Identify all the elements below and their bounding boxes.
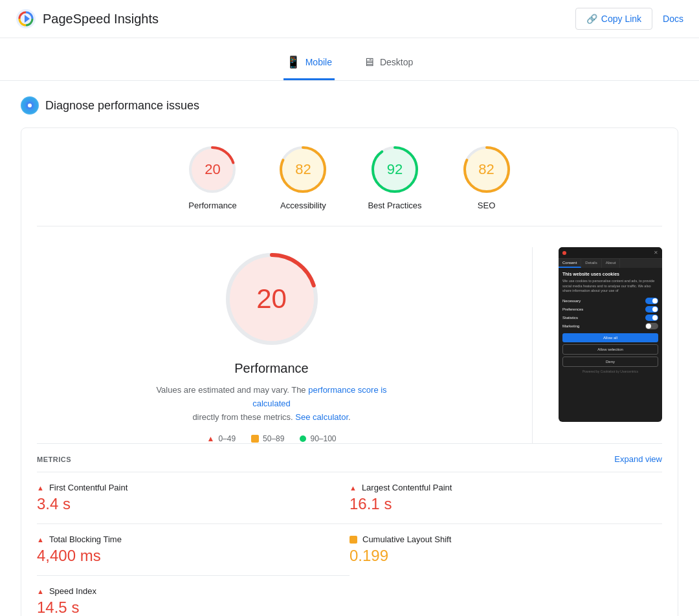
red-triangle-icon: ▲ <box>206 434 214 443</box>
legend-item-red: ▲ 0–49 <box>206 434 236 443</box>
pagespeed-logo <box>16 8 36 29</box>
mock-toggle-marketing: Marketing <box>562 323 658 329</box>
performance-big-score: 20 <box>256 283 287 314</box>
mock-tab-about: About <box>602 259 621 268</box>
si-label: Speed Index <box>49 586 96 596</box>
mock-toggle-marketing-switch <box>645 323 658 329</box>
header-right: 🔗 Copy Link Docs <box>575 8 683 30</box>
cls-value: 0.199 <box>350 547 662 565</box>
fcp-icon: ▲ <box>37 484 44 492</box>
cls-icon <box>350 536 357 544</box>
mock-btn-deny: Deny <box>562 357 658 367</box>
mock-toggle-necessary: Necessary <box>562 298 658 304</box>
performance-section: 20 Performance Values are estimated and … <box>37 247 662 443</box>
mock-toggle-statistics: Statistics <box>562 314 658 321</box>
mock-toggle-necessary-switch <box>645 298 658 304</box>
cls-label: Cumulative Layout Shift <box>362 534 451 544</box>
metric-fcp-row: ▲ First Contentful Paint <box>37 483 350 492</box>
app-title: PageSpeed Insights <box>43 12 159 27</box>
mock-tab-details: Details <box>581 259 601 268</box>
mock-close-dot <box>562 251 566 255</box>
link-icon: 🔗 <box>586 14 597 24</box>
metric-fcp: ▲ First Contentful Paint 3.4 s <box>37 472 350 523</box>
mock-body: This website uses cookies We use cookies… <box>559 268 662 377</box>
score-label-accessibility: Accessibility <box>280 201 326 210</box>
score-value-performance: 20 <box>205 161 220 178</box>
mock-tabs: Consent Details About <box>559 259 662 268</box>
diagnose-title: Diagnose performance issues <box>45 99 199 113</box>
tab-mobile-label: Mobile <box>305 57 332 67</box>
performance-desc: Values are estimated and may vary. The p… <box>142 384 401 424</box>
mock-dialog-text: We use cookies to personalise content an… <box>562 279 658 294</box>
mock-tab-consent: Consent <box>559 259 581 268</box>
metric-tbt: ▲ Total Blocking Time 4,400 ms <box>37 523 350 575</box>
score-item-performance: 20 Performance <box>186 144 238 210</box>
performance-left: 20 Performance Values are estimated and … <box>37 247 506 443</box>
score-label-seo: SEO <box>478 201 495 210</box>
tab-mobile[interactable]: 📱 Mobile <box>283 49 335 80</box>
lcp-value: 16.1 s <box>350 495 662 513</box>
tbt-value: 4,400 ms <box>37 547 350 565</box>
expand-view-button[interactable]: Expand view <box>614 454 662 464</box>
score-card: 20 Performance 82 Accessibility <box>21 127 678 616</box>
see-calculator-link[interactable]: See calculator <box>295 412 348 422</box>
score-circle-seo: 82 <box>461 144 513 195</box>
diagnose-icon <box>21 96 39 115</box>
metric-cls: Cumulative Layout Shift 0.199 <box>350 523 662 575</box>
score-label-performance: Performance <box>188 201 236 210</box>
legend-range-red: 0–49 <box>218 434 236 443</box>
header-left: PageSpeed Insights <box>16 8 159 29</box>
legend-item-green: 90–100 <box>300 434 336 443</box>
score-item-seo: 82 SEO <box>461 144 513 210</box>
section-divider <box>532 247 533 443</box>
tab-desktop[interactable]: 🖥 Desktop <box>361 49 416 80</box>
score-item-accessibility: 82 Accessibility <box>277 144 329 210</box>
tbt-icon: ▲ <box>37 536 44 544</box>
performance-title: Performance <box>234 361 309 376</box>
score-item-best-practices: 92 Best Practices <box>368 144 421 210</box>
lcp-icon: ▲ <box>350 484 357 492</box>
metric-tbt-row: ▲ Total Blocking Time <box>37 534 350 544</box>
lcp-label: Largest Contentful Paint <box>362 483 452 492</box>
metrics-header: METRICS Expand view <box>37 443 662 472</box>
docs-link[interactable]: Docs <box>663 14 683 24</box>
score-circle-best-practices: 92 <box>369 144 421 195</box>
si-value: 14.5 s <box>37 599 350 616</box>
orange-square-icon <box>251 435 259 443</box>
tab-desktop-label: Desktop <box>380 57 413 67</box>
score-label-best-practices: Best Practices <box>368 201 421 210</box>
fcp-label: First Contentful Paint <box>49 483 128 492</box>
tbt-label: Total Blocking Time <box>49 534 122 544</box>
tab-bar: 📱 Mobile 🖥 Desktop <box>0 38 699 81</box>
metric-si: ▲ Speed Index 14.5 s <box>37 575 350 616</box>
metric-lcp-row: ▲ Largest Contentful Paint <box>350 483 662 492</box>
legend-range-green: 90–100 <box>310 434 336 443</box>
scores-row: 20 Performance 82 Accessibility <box>37 144 662 226</box>
metrics-section: METRICS Expand view ▲ First Contentful P… <box>37 443 662 616</box>
mock-btn-allow-all: Allow all <box>562 333 658 342</box>
screenshot-mockup: ✕ Consent Details About This website use… <box>559 247 662 422</box>
mobile-icon: 📱 <box>286 55 300 69</box>
metrics-label: METRICS <box>37 456 71 463</box>
fcp-value: 3.4 s <box>37 495 350 513</box>
metrics-grid: ▲ First Contentful Paint 3.4 s ▲ Largest… <box>37 472 662 616</box>
green-circle-icon <box>300 435 306 442</box>
mock-toggle-statistics-switch <box>645 314 658 321</box>
main-content: Diagnose performance issues 20 Performan… <box>0 81 699 616</box>
score-value-best-practices: 92 <box>387 161 403 178</box>
mock-header: ✕ <box>559 247 662 259</box>
copy-link-button[interactable]: 🔗 Copy Link <box>575 8 652 30</box>
metric-cls-row: Cumulative Layout Shift <box>350 534 662 544</box>
mock-dialog-title: This website uses cookies <box>562 272 658 276</box>
diagnose-row: Diagnose performance issues <box>21 96 678 115</box>
performance-right: ✕ Consent Details About This website use… <box>559 247 662 443</box>
mock-footer: Powered by Cookiebot by Usercentrics <box>562 369 658 373</box>
metric-lcp: ▲ Largest Contentful Paint 16.1 s <box>350 472 662 523</box>
metric-si-row: ▲ Speed Index <box>37 586 350 596</box>
mock-toggle-preferences-switch <box>645 306 658 313</box>
si-icon: ▲ <box>37 588 44 595</box>
performance-big-circle: 20 <box>220 247 324 351</box>
mock-close-btn: ✕ <box>654 250 658 256</box>
legend-item-orange: 50–89 <box>251 434 284 443</box>
svg-point-3 <box>28 104 32 107</box>
